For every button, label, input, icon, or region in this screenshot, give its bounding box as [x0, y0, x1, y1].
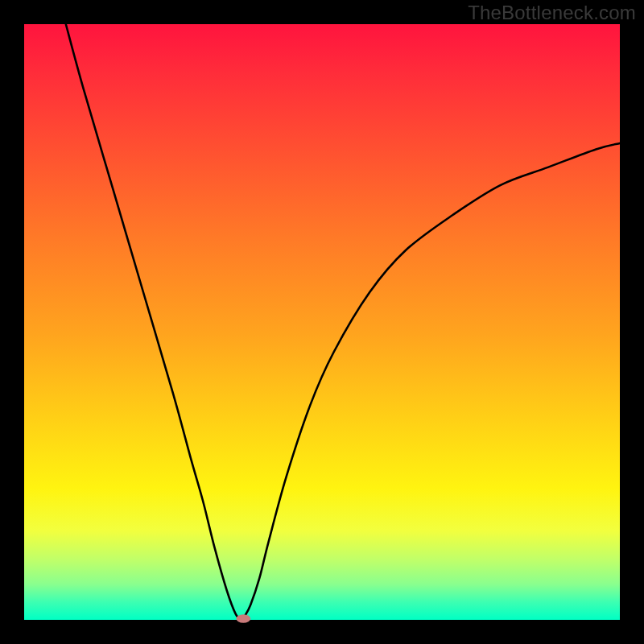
minimum-marker: [236, 614, 250, 622]
bottleneck-curve: [66, 24, 620, 620]
curve-svg: [24, 24, 620, 620]
chart-frame: TheBottleneck.com: [0, 0, 644, 644]
watermark-text: TheBottleneck.com: [468, 2, 636, 24]
plot-area: [24, 24, 620, 620]
